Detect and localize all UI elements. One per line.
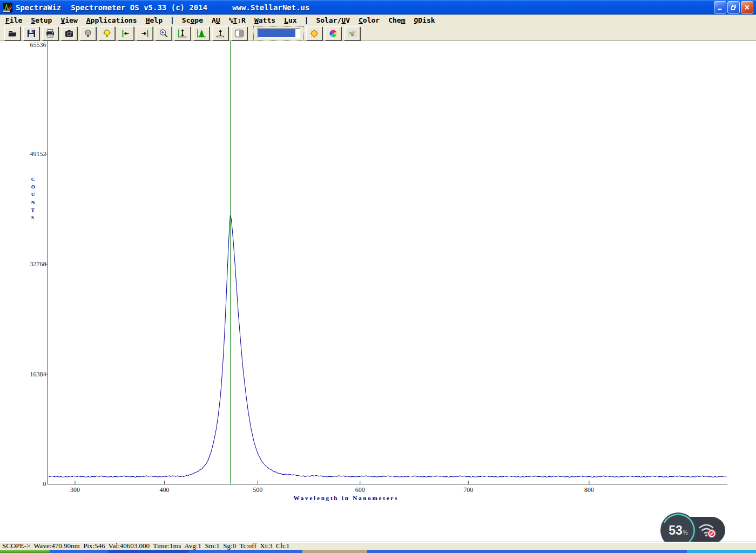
close-icon — [744, 4, 751, 11]
minimize-icon — [717, 4, 724, 11]
x-tick-label: 600 — [355, 486, 365, 494]
sun-icon — [309, 29, 320, 38]
y-axis-title-letter: T — [31, 207, 35, 213]
titlebar: SpectraWiz Spectrometer OS v5.33 (c) 201… — [0, 0, 756, 15]
menu-item-view[interactable]: View — [56, 15, 82, 25]
x-tick-label: 300 — [70, 486, 80, 494]
y-axis-title-letter: S — [31, 215, 34, 220]
menu-item-chem[interactable]: Chem — [384, 15, 409, 25]
spectrum-plot[interactable]: 016384327684915265536300400500600700800W… — [0, 41, 756, 542]
autoscale-icon — [177, 29, 188, 38]
x-tick-label: 500 — [253, 486, 262, 494]
restore-icon — [730, 4, 737, 11]
status-text: SCOPE-> Wave:470.90nm Pix:546 Val:40603.… — [2, 542, 289, 550]
bulb-on-icon — [102, 29, 112, 38]
save-button[interactable] — [23, 26, 39, 41]
y-tick-label: 16384 — [30, 370, 46, 378]
taskbar[interactable] — [0, 550, 756, 553]
menu-item-applications[interactable]: Applications — [82, 15, 141, 25]
y-tick-label: 32768 — [30, 260, 46, 268]
toolbar — [0, 26, 756, 41]
y-axis-title-letter: C — [31, 177, 35, 182]
menu-item-file[interactable]: File — [1, 15, 26, 25]
contrast-button[interactable] — [231, 26, 247, 41]
range-end-button[interactable] — [137, 26, 153, 41]
menu-item-setup[interactable]: Setup — [26, 15, 56, 25]
print-icon — [45, 29, 56, 38]
wifi-disconnected-icon[interactable] — [696, 521, 719, 540]
window-controls — [714, 1, 756, 14]
lamp-off-button[interactable] — [80, 26, 96, 41]
y-tick-label: 65536 — [30, 41, 46, 49]
y-axis-title-letter: N — [31, 200, 35, 205]
peak-icon — [196, 29, 207, 38]
zoom-button[interactable] — [156, 26, 172, 41]
app-version: Spectrometer OS v5.33 (c) 2014 — [71, 3, 207, 12]
menu-item-watts[interactable]: Watts — [250, 15, 280, 25]
x-tick-label: 800 — [584, 486, 594, 494]
y-tick-label: 0 — [43, 480, 46, 488]
menu-item-scope[interactable]: Scope — [178, 15, 207, 25]
y-tick-label: 49152 — [30, 150, 46, 158]
print-button[interactable] — [42, 26, 58, 41]
menu-item-lux[interactable]: Lux — [280, 15, 301, 25]
autoscale-button[interactable] — [174, 26, 191, 41]
percent-sign: % — [683, 530, 688, 536]
peak-find-icon — [215, 29, 226, 38]
menu-separator: | — [301, 16, 312, 24]
sun-button[interactable] — [306, 26, 322, 41]
spectrum-chart: 016384327684915265536300400500600700800W… — [0, 41, 756, 542]
taskbar-item[interactable] — [108, 550, 189, 553]
integration-progress[interactable] — [253, 26, 304, 41]
left-limit-icon — [120, 29, 131, 38]
restore-button[interactable] — [727, 1, 740, 14]
save-icon — [26, 29, 37, 38]
x-tick-label: 400 — [159, 486, 169, 494]
statusbar: SCOPE-> Wave:470.90nm Pix:546 Val:40603.… — [0, 542, 756, 550]
peak-find-button[interactable] — [212, 26, 228, 41]
zoom-in-icon — [158, 29, 169, 38]
x-tick-label: 700 — [463, 486, 473, 494]
menu-separator: | — [167, 16, 178, 24]
progress-well — [257, 28, 300, 38]
taskbar-tray[interactable] — [687, 550, 756, 553]
menu-item-tr[interactable]: %T:R — [225, 15, 250, 25]
menu-item-help[interactable]: Help — [141, 15, 167, 25]
scope-trace — [49, 215, 726, 477]
color-sample-button[interactable] — [344, 26, 360, 41]
right-limit-icon — [139, 29, 150, 38]
peak-view-button[interactable] — [193, 26, 210, 41]
x-axis-title: Wavelength in Nanometers — [294, 495, 399, 501]
taskbar-item[interactable] — [302, 550, 367, 553]
range-start-button[interactable] — [118, 26, 134, 41]
minimize-button[interactable] — [714, 1, 726, 14]
bulb-off-icon — [83, 29, 93, 38]
snapshot-button[interactable] — [61, 26, 77, 41]
spectrawiz-logo-icon — [3, 3, 12, 12]
menubar: FileSetupViewApplicationsHelp|ScopeAU%T:… — [0, 15, 756, 26]
progress-fill — [258, 29, 295, 37]
open-icon — [7, 29, 18, 38]
app-url: www.StellarNet.us — [232, 3, 309, 12]
menu-item-qdisk[interactable]: QDisk — [409, 15, 439, 25]
spectrawiz-window: SpectraWiz Spectrometer OS v5.33 (c) 201… — [0, 0, 756, 553]
start-button[interactable] — [0, 550, 50, 553]
app-name: SpectraWiz — [16, 3, 61, 12]
half-toggle-icon — [234, 29, 245, 38]
menu-item-au[interactable]: AU — [207, 15, 225, 25]
y-axis-title-letter: U — [31, 192, 35, 197]
y-axis-title-letter: O — [31, 184, 35, 190]
open-button[interactable] — [4, 26, 21, 41]
color-sample-icon — [347, 29, 357, 38]
close-button[interactable] — [741, 1, 753, 14]
camera-icon — [64, 29, 75, 38]
menu-item-color[interactable]: Color — [354, 15, 384, 25]
window-title: SpectraWiz Spectrometer OS v5.33 (c) 201… — [16, 3, 309, 12]
lamp-on-button[interactable] — [99, 26, 115, 41]
color-wheel-button[interactable] — [325, 26, 341, 41]
menu-item-solaruv[interactable]: Solar/UV — [312, 15, 354, 25]
battery-value: 53 — [669, 523, 683, 538]
color-wheel-icon — [328, 29, 339, 38]
